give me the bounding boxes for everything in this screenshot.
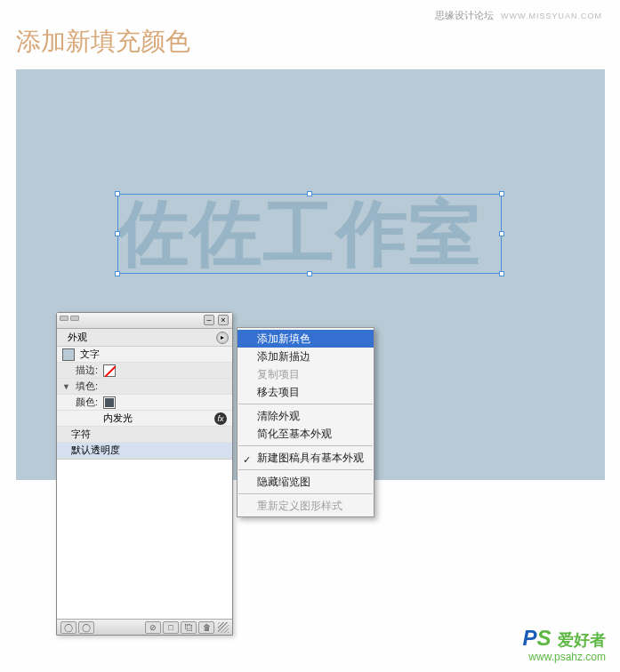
fill-expand-icon[interactable]: ▼ bbox=[62, 382, 71, 391]
text-object[interactable]: 佐佐工作室 bbox=[117, 194, 482, 274]
menu-hide-thumb[interactable]: 隐藏缩览图 bbox=[238, 473, 374, 491]
panel-tab-appearance[interactable]: 外观 bbox=[60, 329, 94, 346]
row-stroke[interactable]: 描边: bbox=[57, 363, 232, 379]
row-characters[interactable]: 字符 bbox=[57, 427, 232, 443]
row-default-opacity[interactable]: 默认透明度 bbox=[57, 443, 232, 459]
handle-top-left[interactable] bbox=[115, 191, 120, 196]
trash-icon[interactable]: 🗑 bbox=[198, 621, 214, 634]
handle-mid-left[interactable] bbox=[115, 231, 120, 236]
panel-empty-area bbox=[57, 459, 232, 619]
row-inner-glow[interactable]: 内发光 fx bbox=[57, 411, 232, 427]
watermark-site: WWW.MISSYUAN.COM bbox=[501, 12, 602, 20]
menu-new-art[interactable]: ✓ 新建图稿具有基本外观 bbox=[238, 449, 374, 467]
menu-reduce[interactable]: 简化至基本外观 bbox=[238, 425, 374, 443]
handle-mid-right[interactable] bbox=[499, 231, 504, 236]
selection-bounds bbox=[117, 194, 502, 274]
footer-branding: PS 爱好者 www.psahz.com bbox=[523, 626, 606, 663]
row-fill[interactable]: ▼ 填色: bbox=[57, 379, 232, 395]
new-stroke-footer-button[interactable]: ◯ bbox=[78, 621, 94, 634]
handle-bot-left[interactable] bbox=[115, 271, 120, 276]
stroke-label: 描边: bbox=[62, 364, 98, 377]
panel-close-button[interactable]: × bbox=[218, 315, 229, 325]
menu-clear[interactable]: 清除外观 bbox=[238, 407, 374, 425]
menu-add-stroke[interactable]: 添加新描边 bbox=[238, 348, 374, 365]
duplicate-footer-button[interactable]: ⿻ bbox=[181, 621, 197, 634]
inner-glow-label: 内发光 bbox=[103, 412, 133, 425]
panel-minimize-button[interactable]: – bbox=[204, 315, 214, 325]
check-icon: ✓ bbox=[243, 451, 251, 468]
handle-bot-right[interactable] bbox=[499, 271, 504, 276]
color-swatch[interactable] bbox=[103, 396, 116, 409]
flyout-menu: 添加新填色 添加新描边 复制项目 移去项目 清除外观 简化至基本外观 ✓ 新建图… bbox=[237, 327, 374, 517]
menu-separator bbox=[238, 493, 373, 494]
panel-flyout-button[interactable]: ▸ bbox=[216, 332, 229, 344]
resize-grip[interactable] bbox=[218, 622, 229, 633]
header-watermark: 思缘设计论坛 WWW.MISSYUAN.COM bbox=[435, 9, 602, 22]
menu-new-art-label: 新建图稿具有基本外观 bbox=[257, 452, 364, 464]
brand-url: www.psahz.com bbox=[523, 651, 606, 663]
handle-top-mid[interactable] bbox=[307, 191, 312, 196]
menu-separator bbox=[238, 445, 373, 446]
handle-top-right[interactable] bbox=[499, 191, 504, 196]
panel-drag-grip[interactable] bbox=[60, 316, 79, 321]
basic-appearance-icon[interactable]: □ bbox=[163, 621, 179, 634]
menu-separator bbox=[238, 404, 373, 404]
menu-remove[interactable]: 移去项目 bbox=[238, 383, 374, 401]
page-title: 添加新填充颜色 bbox=[16, 25, 190, 59]
menu-redefine: 重新定义图形样式 bbox=[238, 497, 374, 515]
menu-duplicate: 复制项目 bbox=[238, 365, 374, 383]
panel-titlebar[interactable]: – × bbox=[57, 313, 232, 329]
type-label: 文字 bbox=[80, 348, 100, 361]
handle-bot-mid[interactable] bbox=[307, 271, 312, 276]
new-fill-footer-button[interactable]: ◯ bbox=[60, 621, 76, 634]
brand-cn: 爱好者 bbox=[558, 631, 606, 649]
panel-footer: ◯ ◯ ⊘ □ ⿻ 🗑 bbox=[57, 619, 232, 635]
panel-header: 外观 ▸ bbox=[57, 329, 232, 347]
type-swatch bbox=[62, 348, 75, 361]
fill-label: 填色: bbox=[71, 380, 98, 393]
characters-label: 字符 bbox=[71, 428, 91, 441]
color-label: 颜色: bbox=[62, 396, 98, 409]
row-color[interactable]: 颜色: bbox=[57, 395, 232, 411]
fx-icon[interactable]: fx bbox=[214, 412, 227, 425]
menu-separator bbox=[238, 469, 373, 470]
row-type[interactable]: 文字 bbox=[57, 347, 232, 363]
watermark-forum: 思缘设计论坛 bbox=[435, 10, 494, 20]
stroke-swatch[interactable] bbox=[103, 364, 116, 377]
default-opacity-label: 默认透明度 bbox=[71, 444, 120, 457]
disallow-icon[interactable]: ⊘ bbox=[145, 621, 161, 634]
panel-body: 文字 描边: ▼ 填色: 颜色: 内发光 fx 字符 默认透明度 bbox=[57, 347, 232, 459]
appearance-panel: – × 外观 ▸ 文字 描边: ▼ 填色: 颜色: 内发光 fx 字符 bbox=[56, 312, 233, 636]
ps-logo: PS bbox=[523, 626, 552, 650]
menu-add-fill[interactable]: 添加新填色 bbox=[238, 330, 374, 348]
